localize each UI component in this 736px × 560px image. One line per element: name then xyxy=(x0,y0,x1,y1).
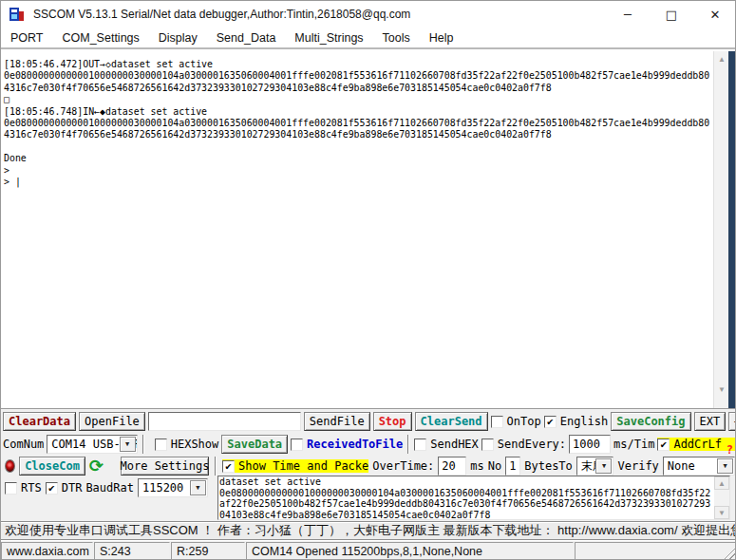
chevron-down-icon[interactable]: ▼ xyxy=(120,437,136,452)
menu-send-data[interactable]: Send_Data xyxy=(207,31,286,45)
divider xyxy=(142,435,144,454)
terminal-line: Done xyxy=(4,153,715,164)
dtr-label[interactable]: DTR xyxy=(62,481,83,495)
more-settings-button[interactable]: More Settings xyxy=(121,457,209,476)
checkmark-icon[interactable]: ✔ xyxy=(657,439,670,451)
help-icon[interactable]: ? xyxy=(727,443,733,457)
stop-button[interactable]: Stop xyxy=(373,412,412,431)
com-status-led-icon xyxy=(5,459,15,473)
clear-data-button[interactable]: ClearData xyxy=(3,412,76,431)
chevron-down-icon[interactable]: ▼ xyxy=(190,480,206,495)
english-label[interactable]: English xyxy=(560,415,609,428)
chevron-down-icon[interactable]: ▼ xyxy=(595,458,612,474)
marquee-bar: 欢迎使用专业串口调试工具SSCOM ！ 作者：习小猛（丁丁），大虾电子网版主 最… xyxy=(1,521,736,540)
save-data-button[interactable]: SaveData xyxy=(221,435,288,454)
terminal-line: 4316c7e030f4f70656e5468726561642d3732393… xyxy=(4,83,715,94)
status-site: www.daxia.com xyxy=(1,542,93,560)
checkmark-icon[interactable]: ✔ xyxy=(544,416,557,428)
close-com-button[interactable]: CloseCom xyxy=(19,457,85,476)
sendhex-checkbox[interactable]: SendHEX xyxy=(414,438,479,451)
rts-checkbox[interactable]: RTS xyxy=(5,481,42,495)
send-interval-input[interactable] xyxy=(569,435,611,454)
verify-select[interactable]: None ▼ xyxy=(663,457,735,476)
rts-label[interactable]: RTS xyxy=(21,481,42,495)
hexshow-checkbox[interactable]: HEXShow xyxy=(155,438,219,451)
open-file-button[interactable]: OpenFile xyxy=(79,412,145,431)
minimize-button[interactable]: ─ xyxy=(606,1,650,28)
menu-port[interactable]: PORT xyxy=(1,31,53,45)
terminal-line: □ xyxy=(4,94,715,105)
baudrate-select[interactable]: 115200 ▼ xyxy=(138,478,208,497)
menu-display[interactable]: Display xyxy=(149,31,207,45)
checkmark-icon[interactable]: ✔ xyxy=(46,482,58,495)
verify-label: Verify xyxy=(617,459,658,473)
send-every-label[interactable]: SendEvery: xyxy=(498,438,566,451)
send-scrollbar[interactable]: ▲ ▼ xyxy=(714,476,729,519)
terminal-line: > xyxy=(4,165,715,177)
status-sent-count: S:243 xyxy=(94,542,170,560)
byte-number-input[interactable] xyxy=(505,457,520,476)
ext-button[interactable]: EXT xyxy=(694,412,727,431)
chevron-down-icon[interactable]: ▼ xyxy=(717,458,733,474)
bytes-to-select[interactable]: 末尾 ▼ xyxy=(576,457,614,476)
status-received-count: R:259 xyxy=(171,542,245,560)
terminal-line: 0e08000000000001000000030000104a03000016… xyxy=(4,70,715,82)
title-bar: SSCOM V5.13.1 Serial/Net data debugger,A… xyxy=(1,1,736,28)
checkmark-icon[interactable]: ✔ xyxy=(222,460,235,473)
maximize-button[interactable]: □ xyxy=(650,1,693,28)
sendhex-label[interactable]: SendHEX xyxy=(430,438,479,451)
no-label: No xyxy=(488,459,501,473)
send-data-input[interactable]: dataset set active 0e0800000000000100000… xyxy=(219,476,711,519)
dtr-checkbox[interactable]: ✔ DTR xyxy=(46,481,83,495)
add-crlf-checkbox[interactable]: ✔ AddCrLf xyxy=(657,438,735,451)
overtime-unit-label: ms xyxy=(470,459,483,473)
checkbox-box[interactable] xyxy=(414,439,426,451)
send-file-button[interactable]: SendFile xyxy=(304,412,370,431)
show-time-checkbox[interactable]: ✔ Show Time and Packe xyxy=(222,459,368,473)
window-edge xyxy=(728,51,735,408)
overtime-input[interactable] xyxy=(438,457,466,476)
hexshow-label[interactable]: HEXShow xyxy=(171,438,219,451)
terminal-line: 0e08000000000001000000030000104a03000016… xyxy=(4,118,715,129)
checkbox-box[interactable] xyxy=(291,439,303,451)
status-spacer xyxy=(575,542,736,560)
terminal-line: 4316c7e030f4f70656e5468726561642d3732393… xyxy=(4,129,715,140)
checkbox-box[interactable] xyxy=(5,482,17,495)
verify-value: None xyxy=(668,459,695,473)
terminal-scrollbar[interactable]: ▲ ▼ xyxy=(713,51,728,408)
checkbox-box[interactable] xyxy=(155,439,167,451)
menu-tools[interactable]: Tools xyxy=(373,31,420,45)
received-to-file-checkbox[interactable]: ReceivedToFile xyxy=(291,438,403,451)
send-every-checkbox[interactable]: SendEvery: xyxy=(481,438,566,451)
scroll-down-icon[interactable]: ▼ xyxy=(714,382,729,397)
app-icon xyxy=(9,6,26,23)
scroll-up-icon[interactable]: ▲ xyxy=(714,476,729,490)
ontop-label[interactable]: OnTop xyxy=(507,415,541,428)
scroll-up-icon[interactable]: ▲ xyxy=(714,51,729,66)
scroll-down-icon[interactable]: ▼ xyxy=(714,506,729,519)
received-to-file-label[interactable]: ReceivedToFile xyxy=(307,438,403,451)
english-checkbox[interactable]: ✔ English xyxy=(544,415,609,428)
menu-multi-strings[interactable]: Multi_Strings xyxy=(285,31,372,45)
checkbox-box[interactable] xyxy=(491,416,503,428)
terminal-line: > | xyxy=(4,177,715,188)
checkbox-box[interactable] xyxy=(481,439,494,451)
baudrate-value: 115200 xyxy=(142,481,183,495)
divider xyxy=(215,457,217,476)
clear-send-button[interactable]: ClearSend xyxy=(415,412,488,431)
window-title: SSCOM V5.13.1 Serial/Net data debugger,A… xyxy=(33,8,410,21)
collapse-panel-button[interactable]: — xyxy=(728,412,736,431)
show-time-label[interactable]: Show Time and Packe xyxy=(238,459,368,473)
close-button[interactable]: ✕ xyxy=(693,1,736,28)
menu-bar: PORT COM_Settings Display Send_Data Mult… xyxy=(1,28,736,49)
com-port-select[interactable]: COM14 USB-SERIAL CH340K ▼ xyxy=(47,435,137,454)
terminal-line: [18:05:46.748]IN←◆dataset set active xyxy=(4,106,715,118)
menu-com-settings[interactable]: COM_Settings xyxy=(53,31,149,45)
refresh-ports-icon[interactable]: ⟳ xyxy=(89,457,104,475)
terminal-output[interactable]: [18:05:46.472]OUT→◇dataset set active 0e… xyxy=(1,51,715,408)
save-config-button[interactable]: SaveConfig xyxy=(611,412,690,431)
menu-help[interactable]: Help xyxy=(420,31,463,45)
terminal-line xyxy=(4,141,715,153)
ontop-checkbox[interactable]: OnTop xyxy=(491,415,541,428)
file-path-input[interactable] xyxy=(148,412,301,431)
